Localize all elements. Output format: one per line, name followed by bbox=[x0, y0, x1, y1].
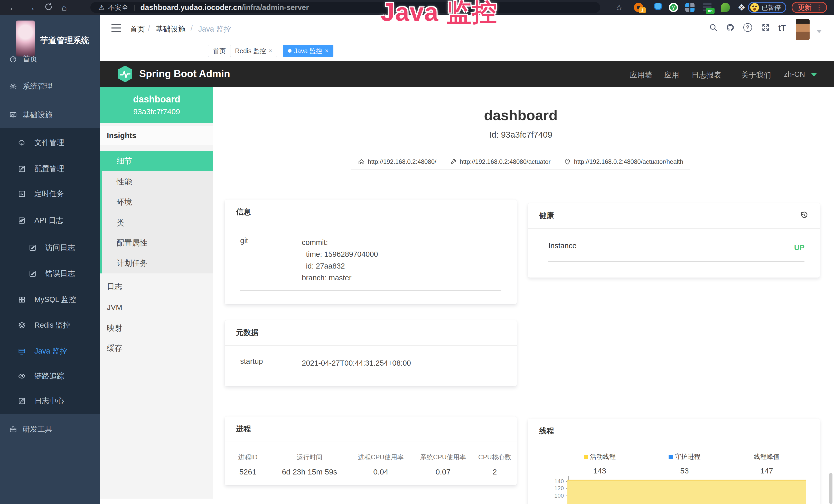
extensions-puzzle-icon[interactable]: ❖ bbox=[738, 3, 745, 12]
fullscreen-icon[interactable] bbox=[761, 23, 770, 33]
threads-area-chart bbox=[567, 480, 806, 504]
sba-item-classes[interactable]: 类 bbox=[100, 212, 213, 233]
sba-item-logfile[interactable]: 日志 bbox=[100, 276, 213, 297]
metadata-key: startup bbox=[240, 357, 302, 369]
chevron-up-icon bbox=[9, 112, 16, 118]
sidebar-item-log-center[interactable]: 日志中心 bbox=[0, 393, 100, 409]
sidebar-item-error-log[interactable]: 错误日志 bbox=[0, 266, 100, 281]
metadata-row: startup 2021-04-27T00:44:31.254+08:00 bbox=[240, 346, 501, 376]
address-bar[interactable]: ⚠ 不安全 | dashboard.yudao.iocoder.cn/infra… bbox=[90, 2, 600, 13]
mysql-grid-icon bbox=[18, 296, 26, 303]
tab-redis-monitor[interactable]: Redis 监控 × bbox=[230, 45, 277, 57]
sidebar-item-mysql-monitor[interactable]: MySQL 监控 bbox=[0, 292, 100, 307]
sidebar-item-java-monitor[interactable]: Java 监控 bbox=[0, 344, 100, 359]
legend-live-threads: 活动线程 143 bbox=[556, 452, 643, 475]
health-row: Instance UP bbox=[548, 229, 805, 261]
sba-item-environment[interactable]: 环境 bbox=[100, 192, 213, 212]
sidebar-item-scheduled-jobs[interactable]: 定时任务 bbox=[0, 186, 100, 202]
sba-item-jvm[interactable]: JVM bbox=[100, 297, 213, 318]
edit-icon bbox=[18, 165, 26, 173]
chevron-down-icon bbox=[9, 83, 16, 90]
instance-name: dashboard bbox=[100, 94, 213, 105]
card-title: 线程 bbox=[539, 426, 554, 436]
browser-home-icon[interactable]: ⌂ bbox=[62, 3, 67, 12]
security-label[interactable]: 不安全 bbox=[108, 3, 128, 12]
sidebar-item-file-manage[interactable]: 文件管理 bbox=[0, 135, 100, 151]
sba-brand[interactable]: Spring Boot Admin bbox=[139, 68, 230, 79]
tags-view: 首页 Redis 监控 × Java 监控 × bbox=[100, 41, 834, 61]
chrome-update-button[interactable]: 更新 ⋮ bbox=[792, 2, 827, 13]
sba-nav-wallboard[interactable]: 应用墙 bbox=[630, 70, 652, 81]
bookmark-star-icon[interactable]: ☆ bbox=[615, 3, 623, 12]
access-log-icon bbox=[29, 244, 37, 252]
cloud-upload-icon bbox=[18, 139, 26, 146]
tab-java-monitor[interactable]: Java 监控 × bbox=[283, 45, 333, 57]
sba-item-scheduled-tasks[interactable]: 计划任务 bbox=[100, 253, 213, 273]
breadcrumb-infra[interactable]: 基础设施 bbox=[156, 24, 185, 35]
paused-extension-badge[interactable]: 已暂停 bbox=[748, 2, 786, 13]
timer-icon bbox=[18, 190, 26, 198]
extension-badge: 1 bbox=[639, 7, 646, 13]
sidebar-item-home[interactable]: 首页 bbox=[0, 51, 100, 67]
locale-caret-down-icon[interactable] bbox=[811, 73, 817, 76]
actuator-url-button[interactable]: http://192.168.0.2:48080/actuator bbox=[443, 154, 557, 169]
close-icon[interactable]: × bbox=[269, 47, 272, 54]
instance-header[interactable]: dashboard 93a3fc7f7409 bbox=[100, 87, 213, 123]
metadata-value: 2021-04-27T00:44:31.254+08:00 bbox=[302, 357, 411, 369]
extension-leaf-icon[interactable] bbox=[721, 3, 730, 12]
sba-item-config-props[interactable]: 配置属性 bbox=[100, 233, 213, 253]
user-avatar[interactable] bbox=[796, 19, 810, 40]
error-log-icon bbox=[29, 270, 37, 278]
service-url-button[interactable]: http://192.168.0.2:48080/ bbox=[351, 154, 443, 169]
history-icon[interactable] bbox=[800, 211, 809, 221]
browser-back-icon[interactable]: ← bbox=[9, 3, 18, 12]
y-axis-tick: 100 bbox=[538, 492, 564, 499]
sba-nav-journal[interactable]: 日志报表 bbox=[692, 70, 721, 81]
sidebar-item-redis-monitor[interactable]: Redis 监控 bbox=[0, 318, 100, 333]
search-icon[interactable] bbox=[709, 23, 718, 33]
app-title: 芋道管理系统 bbox=[40, 35, 89, 46]
health-url-button[interactable]: http://192.168.0.2:48080/actuator/health bbox=[557, 154, 690, 169]
endpoint-links: http://192.168.0.2:48080/ http://192.168… bbox=[213, 154, 828, 169]
breadcrumb-home[interactable]: 首页 bbox=[130, 24, 145, 35]
sba-item-details[interactable]: 细节 bbox=[100, 151, 213, 171]
sba-navbar: Spring Boot Admin 应用墙 应用 日志报表 关于我们 zh-CN bbox=[100, 61, 834, 87]
tab-home[interactable]: 首页 bbox=[208, 45, 231, 57]
help-icon[interactable]: ? bbox=[743, 23, 752, 32]
close-icon[interactable]: × bbox=[325, 47, 329, 54]
browser-reload-icon[interactable] bbox=[44, 3, 53, 13]
redis-layers-icon bbox=[18, 321, 26, 329]
sidebar-item-api-log[interactable]: API 日志 bbox=[0, 213, 100, 228]
scrollbar-thumb[interactable] bbox=[829, 473, 832, 504]
sba-item-caches[interactable]: 缓存 bbox=[100, 338, 213, 359]
browser-forward-icon[interactable]: → bbox=[27, 3, 36, 12]
sidebar-item-tracing[interactable]: 链路追踪 bbox=[0, 368, 100, 384]
extension-grid-icon[interactable] bbox=[685, 3, 695, 12]
sba-nav-applications[interactable]: 应用 bbox=[664, 70, 679, 81]
avatar-caret-down-icon[interactable] bbox=[817, 30, 821, 33]
legend-peak-threads: 线程峰值 147 bbox=[723, 452, 810, 475]
sidebar-item-system[interactable]: 系统管理 bbox=[0, 78, 100, 94]
sidebar-item-access-log[interactable]: 访问日志 bbox=[0, 240, 100, 255]
wrench-icon bbox=[450, 158, 457, 165]
github-icon[interactable] bbox=[726, 23, 734, 33]
sba-item-metrics[interactable]: 性能 bbox=[100, 171, 213, 192]
card-title: 进程 bbox=[236, 424, 251, 434]
sidebar-item-infra[interactable]: 基础设施 bbox=[0, 107, 100, 123]
handwritten-annotation: Java 监控 bbox=[381, 0, 498, 26]
sidebar-collapse-icon[interactable] bbox=[111, 24, 121, 32]
info-card: 信息 git commit: time: 1596289704000 id: 2… bbox=[225, 200, 517, 304]
kebab-menu-icon[interactable]: ⋮ bbox=[815, 4, 823, 11]
sidebar-item-devtools[interactable]: 研发工具 bbox=[0, 421, 100, 437]
sidebar-item-config-manage[interactable]: 配置管理 bbox=[0, 161, 100, 177]
active-dot-icon bbox=[288, 49, 291, 53]
breadcrumb-separator: / bbox=[148, 24, 150, 32]
sba-nav-about[interactable]: 关于我们 bbox=[741, 70, 771, 81]
sba-item-mappings[interactable]: 映射 bbox=[100, 318, 213, 338]
extension-letter: y bbox=[670, 4, 677, 11]
spring-boot-admin-logo bbox=[117, 65, 133, 83]
extension-pin-icon[interactable] bbox=[654, 3, 663, 12]
locale-select[interactable]: zh-CN bbox=[784, 70, 805, 78]
font-size-icon[interactable]: tT bbox=[778, 24, 786, 33]
health-card: 健康 Instance UP bbox=[528, 203, 820, 278]
